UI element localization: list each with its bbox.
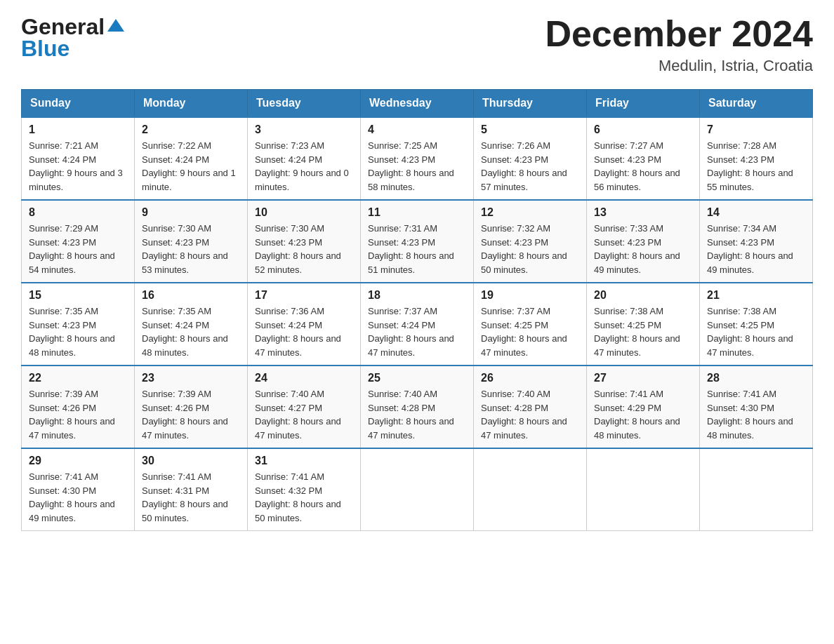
calendar-cell — [700, 448, 813, 531]
col-tuesday: Tuesday — [248, 90, 361, 118]
day-info: Sunrise: 7:29 AMSunset: 4:23 PMDaylight:… — [29, 222, 127, 276]
day-number: 18 — [368, 289, 466, 302]
day-info: Sunrise: 7:35 AMSunset: 4:24 PMDaylight:… — [142, 304, 240, 359]
calendar-cell: 31 Sunrise: 7:41 AMSunset: 4:32 PMDaylig… — [248, 448, 361, 531]
day-info: Sunrise: 7:38 AMSunset: 4:25 PMDaylight:… — [594, 304, 692, 359]
calendar-cell: 23 Sunrise: 7:39 AMSunset: 4:26 PMDaylig… — [135, 365, 248, 448]
col-wednesday: Wednesday — [361, 90, 474, 118]
day-info: Sunrise: 7:40 AMSunset: 4:28 PMDaylight:… — [368, 387, 466, 442]
day-number: 11 — [368, 206, 466, 219]
day-info: Sunrise: 7:40 AMSunset: 4:27 PMDaylight:… — [255, 387, 353, 442]
day-info: Sunrise: 7:39 AMSunset: 4:26 PMDaylight:… — [142, 387, 240, 442]
day-number: 24 — [255, 372, 353, 384]
calendar-cell: 9 Sunrise: 7:30 AMSunset: 4:23 PMDayligh… — [135, 200, 248, 283]
svg-marker-0 — [107, 19, 124, 32]
day-number: 14 — [707, 206, 805, 219]
calendar-cell: 13 Sunrise: 7:33 AMSunset: 4:23 PMDaylig… — [587, 200, 700, 283]
day-number: 20 — [594, 289, 692, 302]
calendar-cell: 1 Sunrise: 7:21 AMSunset: 4:24 PMDayligh… — [22, 117, 135, 200]
calendar-cell — [587, 448, 700, 531]
day-number: 3 — [255, 123, 353, 136]
calendar-header-row: Sunday Monday Tuesday Wednesday Thursday… — [22, 90, 813, 118]
day-number: 21 — [707, 289, 805, 302]
calendar-cell: 24 Sunrise: 7:40 AMSunset: 4:27 PMDaylig… — [248, 365, 361, 448]
day-info: Sunrise: 7:41 AMSunset: 4:29 PMDaylight:… — [594, 387, 692, 442]
calendar-cell: 16 Sunrise: 7:35 AMSunset: 4:24 PMDaylig… — [135, 283, 248, 365]
day-number: 30 — [142, 455, 240, 467]
col-sunday: Sunday — [22, 90, 135, 118]
day-info: Sunrise: 7:32 AMSunset: 4:23 PMDaylight:… — [481, 222, 579, 276]
day-info: Sunrise: 7:33 AMSunset: 4:23 PMDaylight:… — [594, 222, 692, 276]
month-title: December 2024 — [545, 14, 813, 54]
day-info: Sunrise: 7:21 AMSunset: 4:24 PMDaylight:… — [29, 139, 127, 194]
day-number: 28 — [707, 372, 805, 384]
calendar-cell: 28 Sunrise: 7:41 AMSunset: 4:30 PMDaylig… — [700, 365, 813, 448]
day-info: Sunrise: 7:39 AMSunset: 4:26 PMDaylight:… — [29, 387, 127, 442]
day-info: Sunrise: 7:30 AMSunset: 4:23 PMDaylight:… — [255, 222, 353, 276]
calendar-cell: 15 Sunrise: 7:35 AMSunset: 4:23 PMDaylig… — [22, 283, 135, 365]
week-row-5: 29 Sunrise: 7:41 AMSunset: 4:30 PMDaylig… — [22, 448, 813, 531]
day-number: 5 — [481, 123, 579, 136]
calendar-cell: 6 Sunrise: 7:27 AMSunset: 4:23 PMDayligh… — [587, 117, 700, 200]
day-number: 9 — [142, 206, 240, 219]
col-friday: Friday — [587, 90, 700, 118]
day-number: 22 — [29, 372, 127, 384]
day-info: Sunrise: 7:34 AMSunset: 4:23 PMDaylight:… — [707, 222, 805, 276]
day-number: 17 — [255, 289, 353, 302]
calendar-cell: 11 Sunrise: 7:31 AMSunset: 4:23 PMDaylig… — [361, 200, 474, 283]
day-info: Sunrise: 7:31 AMSunset: 4:23 PMDaylight:… — [368, 222, 466, 276]
calendar-cell: 22 Sunrise: 7:39 AMSunset: 4:26 PMDaylig… — [22, 365, 135, 448]
calendar-cell: 18 Sunrise: 7:37 AMSunset: 4:24 PMDaylig… — [361, 283, 474, 365]
calendar-cell: 25 Sunrise: 7:40 AMSunset: 4:28 PMDaylig… — [361, 365, 474, 448]
day-number: 12 — [481, 206, 579, 219]
day-info: Sunrise: 7:36 AMSunset: 4:24 PMDaylight:… — [255, 304, 353, 359]
day-info: Sunrise: 7:26 AMSunset: 4:23 PMDaylight:… — [481, 139, 579, 194]
col-thursday: Thursday — [474, 90, 587, 118]
calendar-cell: 7 Sunrise: 7:28 AMSunset: 4:23 PMDayligh… — [700, 117, 813, 200]
day-info: Sunrise: 7:22 AMSunset: 4:24 PMDaylight:… — [142, 139, 240, 194]
calendar-cell: 21 Sunrise: 7:38 AMSunset: 4:25 PMDaylig… — [700, 283, 813, 365]
day-number: 23 — [142, 372, 240, 384]
calendar-cell: 26 Sunrise: 7:40 AMSunset: 4:28 PMDaylig… — [474, 365, 587, 448]
calendar-table: Sunday Monday Tuesday Wednesday Thursday… — [21, 89, 813, 531]
day-info: Sunrise: 7:37 AMSunset: 4:24 PMDaylight:… — [368, 304, 466, 359]
calendar-cell: 3 Sunrise: 7:23 AMSunset: 4:24 PMDayligh… — [248, 117, 361, 200]
location-title: Medulin, Istria, Croatia — [545, 57, 813, 75]
calendar-cell: 20 Sunrise: 7:38 AMSunset: 4:25 PMDaylig… — [587, 283, 700, 365]
title-section: December 2024 Medulin, Istria, Croatia — [545, 14, 813, 75]
week-row-2: 8 Sunrise: 7:29 AMSunset: 4:23 PMDayligh… — [22, 200, 813, 283]
day-number: 15 — [29, 289, 127, 302]
day-number: 25 — [368, 372, 466, 384]
day-number: 7 — [707, 123, 805, 136]
day-number: 26 — [481, 372, 579, 384]
calendar-cell: 2 Sunrise: 7:22 AMSunset: 4:24 PMDayligh… — [135, 117, 248, 200]
logo-icon — [106, 16, 126, 36]
calendar-cell — [361, 448, 474, 531]
day-info: Sunrise: 7:27 AMSunset: 4:23 PMDaylight:… — [594, 139, 692, 194]
day-info: Sunrise: 7:30 AMSunset: 4:23 PMDaylight:… — [142, 222, 240, 276]
day-info: Sunrise: 7:28 AMSunset: 4:23 PMDaylight:… — [707, 139, 805, 194]
day-number: 1 — [29, 123, 127, 136]
day-number: 16 — [142, 289, 240, 302]
day-number: 19 — [481, 289, 579, 302]
day-info: Sunrise: 7:41 AMSunset: 4:30 PMDaylight:… — [707, 387, 805, 442]
col-monday: Monday — [135, 90, 248, 118]
day-info: Sunrise: 7:41 AMSunset: 4:32 PMDaylight:… — [255, 470, 353, 525]
calendar-cell: 19 Sunrise: 7:37 AMSunset: 4:25 PMDaylig… — [474, 283, 587, 365]
day-number: 8 — [29, 206, 127, 219]
day-number: 4 — [368, 123, 466, 136]
day-info: Sunrise: 7:41 AMSunset: 4:31 PMDaylight:… — [142, 470, 240, 525]
day-info: Sunrise: 7:23 AMSunset: 4:24 PMDaylight:… — [255, 139, 353, 194]
day-number: 31 — [255, 455, 353, 467]
calendar-cell: 10 Sunrise: 7:30 AMSunset: 4:23 PMDaylig… — [248, 200, 361, 283]
calendar-cell: 5 Sunrise: 7:26 AMSunset: 4:23 PMDayligh… — [474, 117, 587, 200]
calendar-cell: 8 Sunrise: 7:29 AMSunset: 4:23 PMDayligh… — [22, 200, 135, 283]
day-number: 2 — [142, 123, 240, 136]
day-info: Sunrise: 7:35 AMSunset: 4:23 PMDaylight:… — [29, 304, 127, 359]
week-row-1: 1 Sunrise: 7:21 AMSunset: 4:24 PMDayligh… — [22, 117, 813, 200]
col-saturday: Saturday — [700, 90, 813, 118]
calendar-cell: 12 Sunrise: 7:32 AMSunset: 4:23 PMDaylig… — [474, 200, 587, 283]
day-info: Sunrise: 7:41 AMSunset: 4:30 PMDaylight:… — [29, 470, 127, 525]
day-number: 13 — [594, 206, 692, 219]
calendar-cell: 4 Sunrise: 7:25 AMSunset: 4:23 PMDayligh… — [361, 117, 474, 200]
